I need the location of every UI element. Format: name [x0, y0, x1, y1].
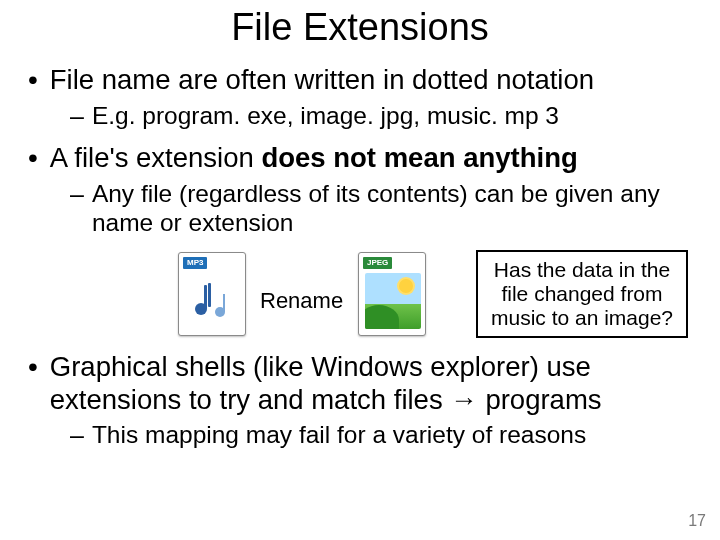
mp3-file-icon: MP3 — [178, 252, 246, 336]
sub-bullet-2: – Any file (regardless of its contents) … — [70, 179, 692, 238]
bullet-3-part-b: programs — [478, 384, 602, 415]
bullet-2: • A file's extension does not mean anyth… — [28, 141, 692, 344]
bullet-dot-icon: • — [28, 63, 38, 97]
dash-icon: – — [70, 420, 84, 450]
jpeg-tag: JPEG — [363, 257, 392, 269]
bullet-dot-icon: • — [28, 350, 38, 384]
bullet-2-part-c: does not mean anything — [254, 142, 578, 173]
bullet-dot-icon: • — [28, 141, 38, 175]
slide: File Extensions • File name are often wr… — [0, 0, 720, 540]
bullet-2-extension: extension — [136, 142, 254, 173]
bullet-1-text: File name are often written in dotted no… — [50, 63, 594, 96]
callout-box: Has the data in the file changed from mu… — [476, 250, 688, 338]
bullet-2-part-a: A file's — [50, 142, 136, 173]
jpeg-file-icon: JPEG — [358, 252, 426, 336]
page-number: 17 — [688, 512, 706, 530]
bullet-3-text: Graphical shells (like Windows explorer)… — [50, 350, 692, 416]
slide-title: File Extensions — [28, 6, 692, 49]
bullet-list: • File name are often written in dotted … — [28, 63, 692, 450]
sub-bullet-1: – E.g. program. exe, image. jpg, music. … — [70, 101, 692, 131]
sub-bullet-3: – This mapping may fail for a variety of… — [70, 420, 692, 450]
illustration: MP3 Rename JPEG Has the data in the file… — [178, 248, 688, 344]
sub-bullet-1-text: E.g. program. exe, image. jpg, music. mp… — [92, 101, 559, 130]
rename-label: Rename — [260, 288, 343, 314]
sub-bullet-3-text: This mapping may fail for a variety of r… — [92, 420, 586, 449]
dash-icon: – — [70, 101, 84, 131]
mp3-tag: MP3 — [183, 257, 207, 269]
arrow-icon: → — [450, 384, 478, 415]
sub-bullet-2-text: Any file (regardless of its contents) ca… — [92, 179, 692, 238]
music-notes-icon — [185, 273, 241, 329]
landscape-image-icon — [365, 273, 421, 329]
bullet-3: • Graphical shells (like Windows explore… — [28, 350, 692, 450]
bullet-1: • File name are often written in dotted … — [28, 63, 692, 131]
bullet-2-text: A file's extension does not mean anythin… — [50, 141, 578, 174]
dash-icon: – — [70, 179, 84, 209]
